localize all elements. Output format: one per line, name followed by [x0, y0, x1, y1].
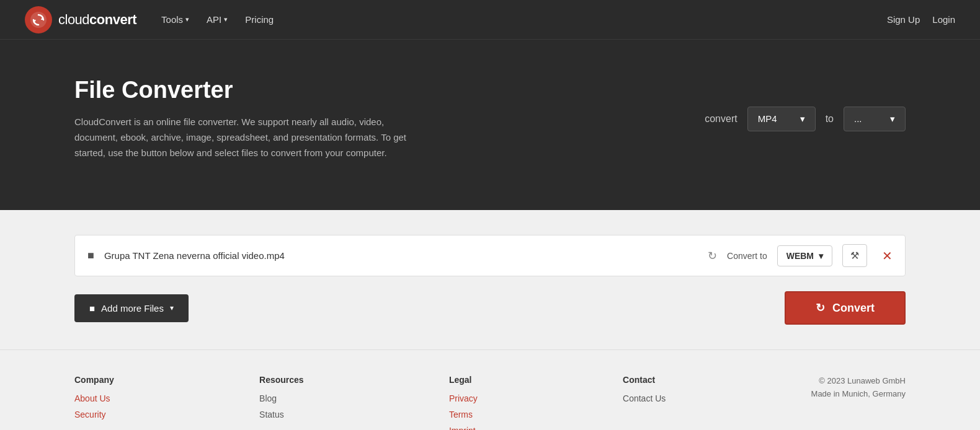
footer-company-col: Company About Us Security: [74, 375, 114, 419]
navbar: cloudconvert Tools ▾ API ▾ Pricing Sign …: [0, 0, 980, 40]
footer-status-link[interactable]: Status: [259, 410, 304, 419]
hero-section: cloudconvert Tools ▾ API ▾ Pricing Sign …: [0, 0, 980, 210]
nav-right-links: Sign Up Login: [887, 14, 955, 25]
output-format-chevron-icon: ▾: [819, 251, 823, 261]
to-label: to: [826, 113, 834, 125]
made-in-text: Made in Munich, Germany: [811, 388, 906, 401]
output-format-select[interactable]: WEBM ▾: [777, 245, 832, 266]
remove-file-button[interactable]: ✕: [882, 248, 893, 263]
signup-link[interactable]: Sign Up: [887, 14, 920, 25]
page-title: File Converter: [74, 77, 409, 103]
logo-bold-text: convert: [89, 12, 136, 27]
footer-legal-heading: Legal: [449, 375, 478, 385]
footer-resources-col: Resources Blog Status: [259, 375, 304, 419]
api-chevron-icon: ▾: [224, 15, 228, 24]
logo-link[interactable]: cloudconvert: [25, 6, 136, 33]
tools-chevron-icon: ▾: [185, 15, 189, 24]
format-to-chevron-icon: ▾: [890, 113, 895, 125]
convert-icon: ↻: [816, 301, 825, 315]
footer-blog-link[interactable]: Blog: [259, 393, 304, 403]
main-area: ■ Grupa TNT Zena neverna official video.…: [0, 210, 980, 349]
footer-contact-heading: Contact: [623, 375, 666, 385]
output-format-value: WEBM: [786, 251, 814, 261]
hero-content: File Converter CloudConvert is an online…: [0, 40, 980, 210]
convert-button-label: Convert: [832, 302, 875, 315]
footer-privacy-link[interactable]: Privacy: [449, 393, 478, 403]
tools-menu[interactable]: Tools ▾: [161, 14, 189, 25]
api-menu[interactable]: API ▾: [207, 14, 228, 25]
copyright-text: © 2023 Lunaweb GmbH: [811, 375, 906, 388]
convert-button[interactable]: ↻ Convert: [785, 291, 906, 325]
footer-about-link[interactable]: About Us: [74, 393, 114, 403]
convert-label: convert: [705, 113, 737, 125]
hero-left: File Converter CloudConvert is an online…: [74, 77, 409, 160]
footer-security-link[interactable]: Security: [74, 410, 114, 419]
bottom-row: ■ Add more Files ▾ ↻ Convert: [74, 291, 906, 337]
refresh-icon[interactable]: ↻: [708, 249, 717, 263]
footer-company-heading: Company: [74, 375, 114, 385]
format-to-select[interactable]: ... ▾: [844, 107, 906, 131]
add-files-button[interactable]: ■ Add more Files ▾: [74, 294, 189, 322]
footer-inner: Company About Us Security Resources Blog…: [74, 375, 906, 430]
file-document-icon: ■: [87, 249, 94, 262]
format-from-value: MP4: [758, 113, 777, 124]
footer-contact-link[interactable]: Contact Us: [623, 393, 666, 403]
format-from-chevron-icon: ▾: [800, 113, 805, 125]
login-link[interactable]: Login: [932, 14, 955, 25]
logo-text: cloudconvert: [58, 12, 136, 28]
convert-to-label: Convert to: [727, 251, 767, 261]
add-files-label: Add more Files: [101, 303, 164, 314]
tools-label: Tools: [161, 14, 183, 25]
footer-legal-col: Legal Privacy Terms Imprint: [449, 375, 478, 430]
footer-terms-link[interactable]: Terms: [449, 410, 478, 419]
format-from-select[interactable]: MP4 ▾: [747, 107, 816, 131]
pricing-label: Pricing: [245, 14, 274, 25]
logo-svg: [30, 11, 47, 29]
footer-imprint-link[interactable]: Imprint: [449, 426, 478, 430]
footer-copyright: © 2023 Lunaweb GmbH Made in Munich, Germ…: [811, 375, 906, 401]
api-label: API: [207, 14, 221, 25]
format-to-value: ...: [854, 113, 862, 124]
file-row: ■ Grupa TNT Zena neverna official video.…: [74, 235, 906, 276]
add-files-icon: ■: [89, 303, 95, 314]
footer-resources-heading: Resources: [259, 375, 304, 385]
logo-icon: [25, 6, 52, 33]
file-name: Grupa TNT Zena neverna official video.mp…: [104, 250, 698, 261]
add-files-chevron-icon: ▾: [170, 304, 174, 312]
footer: Company About Us Security Resources Blog…: [0, 349, 980, 430]
settings-button[interactable]: ⚒: [842, 244, 867, 267]
nav-links: Tools ▾ API ▾ Pricing: [161, 14, 274, 25]
footer-contact-col: Contact Contact Us: [623, 375, 666, 403]
pricing-link[interactable]: Pricing: [245, 14, 274, 25]
hero-right: convert MP4 ▾ to ... ▾: [705, 107, 906, 131]
logo-light-text: cloud: [58, 12, 89, 27]
hero-description: CloudConvert is an online file converter…: [74, 115, 409, 160]
